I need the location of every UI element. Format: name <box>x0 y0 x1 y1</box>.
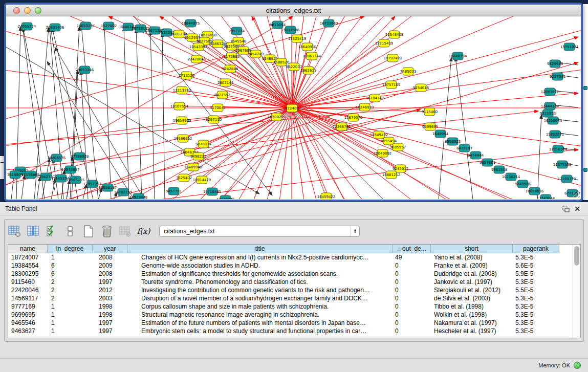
network-node[interactable]: 13325419 <box>288 35 307 42</box>
network-node[interactable]: 18044975 <box>182 19 200 27</box>
select-columns-icon[interactable] <box>45 225 58 238</box>
column-header-pagerank[interactable]: pagerank <box>513 245 559 253</box>
column-header-short[interactable]: short <box>431 245 513 253</box>
zoom-window-button[interactable] <box>35 7 41 14</box>
cell-year: 1997 <box>93 327 127 335</box>
network-node[interactable]: 16733940 <box>320 19 338 27</box>
table-settings-icon[interactable] <box>8 225 21 238</box>
column-header-title[interactable]: title <box>127 245 393 253</box>
network-node[interactable]: 11548408 <box>385 31 404 38</box>
network-node[interactable]: 20049092 <box>374 149 392 157</box>
network-node[interactable]: 7957224 <box>229 27 245 35</box>
network-node[interactable]: 1527602 <box>101 22 117 30</box>
network-node[interactable]: 9457791 <box>166 187 182 195</box>
close-panel-icon[interactable]: ✕ <box>572 204 583 213</box>
network-node[interactable]: 9129946 <box>547 60 563 68</box>
network-node[interactable]: 8267110 <box>206 116 222 123</box>
table-row[interactable]: 2242004622012Investigating the contribut… <box>8 286 580 294</box>
column-header-out_degree[interactable]: △out_de... <box>393 245 431 253</box>
table-row[interactable]: 946362711997Embryonic stem cells: a mode… <box>8 327 580 335</box>
network-node[interactable]: 4170041 <box>210 104 226 112</box>
function-builder-icon[interactable]: f(x) <box>137 225 150 238</box>
svg-text:9474444: 9474444 <box>468 154 484 158</box>
network-node[interactable]: 19218586 <box>281 26 300 34</box>
window-titlebar[interactable]: citations_edges.txt <box>6 5 581 16</box>
network-node[interactable]: 11243044 <box>537 194 555 199</box>
network-node[interactable]: 10698016 <box>526 187 544 195</box>
window-controls <box>13 7 41 14</box>
network-node[interactable]: 16210643 <box>544 117 562 124</box>
network-node[interactable]: 1640954 <box>432 130 449 138</box>
close-window-button[interactable] <box>13 7 20 14</box>
network-node[interactable]: 18757105 <box>382 81 401 89</box>
table-scrollbar[interactable] <box>573 245 580 338</box>
cell-in_degree: 2 <box>48 286 93 294</box>
delete-rows-icon[interactable] <box>100 225 114 238</box>
network-node[interactable]: 7485033 <box>400 68 416 75</box>
network-node[interactable]: 8958923 <box>445 138 461 145</box>
svg-text:19654903: 19654903 <box>173 119 191 123</box>
scrollbar-thumb[interactable] <box>574 246 579 266</box>
network-node[interactable]: 2803144 <box>217 79 234 86</box>
network-canvas[interactable]: 2405572420691406106532571527602846616210… <box>6 16 581 199</box>
network-node[interactable]: 3175685 <box>224 53 239 60</box>
network-node[interactable]: 12444194 <box>541 102 559 110</box>
network-node[interactable]: 15716485 <box>203 188 222 195</box>
table-selector-dropdown[interactable]: citations_edges.txt ▲▼ <box>159 226 360 237</box>
table-row[interactable]: 1872400712008Changes of HCN gene express… <box>8 253 580 261</box>
network-node[interactable]: 12449046 <box>216 195 235 199</box>
column-header-year[interactable]: year <box>93 245 127 253</box>
network-node[interactable]: 12103770 <box>558 175 576 183</box>
network-node[interactable]: 9474444 <box>468 151 484 159</box>
table-row[interactable]: 1830029562008Estimation of significance … <box>8 270 580 278</box>
table-row[interactable]: 946554611997Estimation of the future num… <box>8 319 580 327</box>
citation-network-graph[interactable]: 2405572420691406106532571527602846616210… <box>6 16 581 199</box>
network-node[interactable]: 16914479 <box>193 176 211 184</box>
resize-grip[interactable] <box>573 191 580 198</box>
minimize-window-button[interactable] <box>24 7 31 14</box>
network-node[interactable]: 20691406 <box>46 24 64 31</box>
network-node[interactable]: 17016504 <box>549 145 568 153</box>
network-node[interactable]: 9215953 <box>540 110 556 117</box>
table-row[interactable]: 911546021997Tourette syndrome. Phenomeno… <box>8 278 580 286</box>
cell-out_degree: 0 <box>393 286 431 294</box>
network-node[interactable]: 9361518 <box>491 166 507 173</box>
row-height-icon[interactable] <box>63 225 77 238</box>
table-row[interactable]: 969969511998Structural magnetic resonanc… <box>8 311 580 319</box>
network-node[interactable]: 9242848 <box>222 65 238 73</box>
table-row[interactable]: 977716911998Corpus callosum shape and si… <box>8 302 580 311</box>
network-node[interactable]: 16104747 <box>366 94 384 102</box>
dropdown-stepper-icon: ▲▼ <box>351 226 359 236</box>
network-node[interactable]: 9115460 <box>422 108 438 116</box>
column-header-name[interactable]: name <box>8 245 48 253</box>
network-node[interactable]: 12213343 <box>173 86 191 94</box>
float-window-icon[interactable] <box>560 204 572 213</box>
network-node[interactable]: 19166852 <box>174 135 192 142</box>
network-node[interactable]: 18640910 <box>298 43 317 51</box>
svg-text:9243506: 9243506 <box>515 182 531 186</box>
show-columns-icon[interactable] <box>26 225 40 238</box>
cell-short: Franke et al. (2009) <box>431 261 513 270</box>
network-node[interactable]: 29053346 <box>76 66 94 74</box>
network-node[interactable]: 12093872 <box>541 88 559 96</box>
network-node[interactable]: 9243506 <box>515 180 531 188</box>
new-file-icon[interactable] <box>81 225 95 238</box>
memory-status-label: Memory: OK <box>538 362 570 368</box>
table-row[interactable]: 1456911722003Disruption of a novel membe… <box>8 294 580 302</box>
network-node[interactable]: 7625402 <box>176 174 192 182</box>
network-node[interactable]: 6479197 <box>456 144 472 152</box>
network-node[interactable]: 18107554 <box>170 102 189 110</box>
network-node[interactable]: 10236214 <box>502 173 520 181</box>
network-node[interactable]: 11675300 <box>553 161 572 168</box>
network-node[interactable]: 15892971 <box>546 130 564 138</box>
network-node[interactable]: 20206576 <box>48 154 66 162</box>
svg-text:16210643: 16210643 <box>544 119 562 123</box>
network-node[interactable]: 15751074 <box>560 43 579 51</box>
network-node[interactable]: 22420046 <box>188 55 206 63</box>
network-node[interactable]: 16459422 <box>317 193 336 199</box>
network-node[interactable]: 9699695 <box>422 123 438 130</box>
column-header-in_degree[interactable]: in_degree <box>48 245 93 253</box>
network-node[interactable]: 11679570 <box>344 114 363 121</box>
table-row[interactable]: 1938455462009Genome-wide association stu… <box>8 261 580 270</box>
svg-text:16914479: 16914479 <box>193 178 211 182</box>
